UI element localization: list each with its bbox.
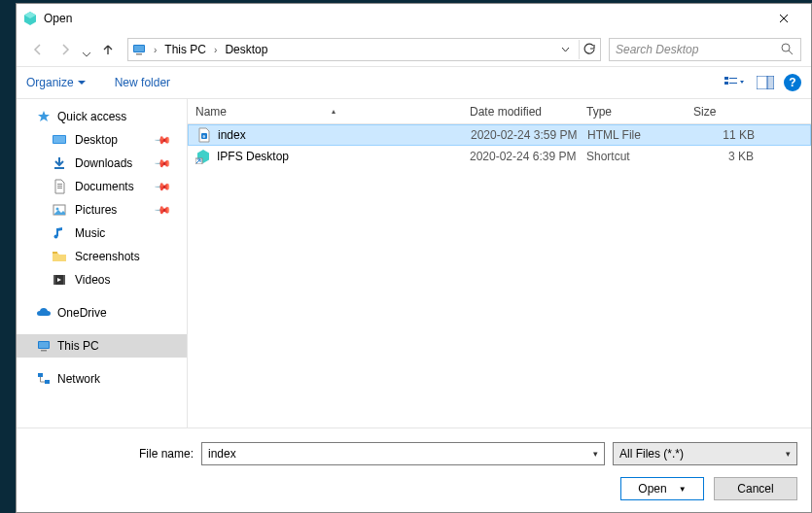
column-date[interactable]: Date modified [462,105,579,119]
chevron-down-icon: ▾ [786,449,791,459]
cloud-icon [36,305,52,321]
window-title: Open [44,12,761,25]
file-size: 3 KB [686,150,783,163]
html-file-icon: e [196,127,212,143]
svg-rect-18 [57,186,62,187]
pin-icon: 📌 [153,130,171,149]
column-type[interactable]: Type [579,105,686,119]
file-type: Shortcut [579,150,686,163]
forward-button[interactable] [53,38,77,61]
file-row[interactable]: eindex 2020-02-24 3:59 PM HTML File 11 K… [188,124,811,146]
pc-icon [36,338,52,354]
new-folder-button[interactable]: New folder [115,76,170,89]
sidebar-item-label: Music [75,226,105,240]
svg-rect-15 [53,136,65,143]
history-dropdown[interactable] [81,38,92,61]
file-name: IPFS Desktop [217,150,289,163]
organize-menu[interactable]: Organize [26,76,86,89]
svg-point-5 [782,44,790,51]
open-dialog: Open › This PC › Desktop Search Desktop … [16,3,812,513]
split-caret-icon: ▼ [679,485,687,494]
refresh-button[interactable] [579,40,598,59]
sidebar-item-label: Downloads [75,156,132,170]
chevron-down-icon: ▾ [593,449,598,459]
sidebar-label: Quick access [57,110,126,123]
videos-icon [52,272,67,288]
file-type: HTML File [580,128,687,142]
sidebar-onedrive[interactable]: OneDrive [17,301,187,325]
svg-rect-29 [41,350,47,352]
svg-rect-16 [54,167,64,169]
search-placeholder: Search Desktop [616,43,775,56]
chevron-down-icon [78,81,86,86]
pc-icon [130,41,148,58]
svg-rect-23 [53,252,57,254]
document-icon [52,179,67,194]
column-name[interactable]: Name▴ [188,105,462,119]
file-date: 2020-02-24 3:59 PM [463,128,580,142]
search-input[interactable]: Search Desktop [609,38,801,61]
sidebar-label: Network [57,372,100,386]
svg-rect-3 [134,46,144,51]
sidebar-quick-access[interactable]: Quick access [17,105,187,128]
sidebar-item-downloads[interactable]: Downloads📌 [17,152,187,175]
shortcut-icon [195,149,211,164]
address-bar[interactable]: › This PC › Desktop [127,38,601,61]
svg-rect-28 [39,342,49,348]
column-size[interactable]: Size [686,105,783,119]
back-button[interactable] [26,38,50,61]
up-button[interactable] [96,38,120,61]
help-button[interactable]: ? [784,74,801,91]
sidebar-item-documents[interactable]: Documents📌 [17,175,187,198]
close-button[interactable] [761,5,805,32]
sidebar-item-screenshots[interactable]: Screenshots [17,245,187,268]
svg-rect-10 [729,83,737,84]
filename-label: File name: [30,447,194,461]
footer: File name: index ▾ All Files (*.*) ▾ Ope… [17,428,811,512]
preview-pane-button[interactable] [753,71,778,94]
sidebar: Quick access Desktop📌 Downloads📌 Documen… [17,99,187,428]
sidebar-item-label: Screenshots [75,250,140,263]
svg-rect-31 [45,380,50,384]
titlebar: Open [17,4,811,33]
pictures-icon [52,202,67,218]
sidebar-item-videos[interactable]: Videos [17,268,187,291]
sidebar-item-desktop[interactable]: Desktop📌 [17,128,187,152]
file-date: 2020-02-24 6:39 PM [462,150,579,163]
sidebar-this-pc[interactable]: This PC [17,334,187,358]
breadcrumb-thispc[interactable]: This PC [162,43,208,56]
svg-rect-19 [57,188,62,188]
app-icon [22,11,38,26]
open-button[interactable]: Open▼ [620,477,704,500]
breadcrumb-desktop[interactable]: Desktop [223,43,269,56]
pin-icon: 📌 [153,200,171,219]
file-row[interactable]: IPFS Desktop 2020-02-24 6:39 PM Shortcut… [188,146,811,167]
filetype-filter[interactable]: All Files (*.*) ▾ [613,442,797,465]
star-icon [36,109,52,124]
music-icon [52,225,67,241]
sidebar-network[interactable]: Network [17,367,187,391]
chevron-right-icon: › [152,45,159,55]
navigation-row: › This PC › Desktop Search Desktop [17,33,811,66]
file-pane: Name▴ Date modified Type Size eindex 202… [187,99,811,428]
svg-rect-7 [724,77,728,80]
search-icon [781,43,794,56]
view-options-button[interactable] [722,71,747,94]
svg-rect-8 [724,82,728,85]
network-icon [36,371,52,387]
svg-text:e: e [203,133,206,139]
sidebar-item-label: Documents [75,180,134,193]
file-name: index [218,128,246,142]
sidebar-item-pictures[interactable]: Pictures📌 [17,198,187,222]
svg-rect-4 [136,53,142,55]
sidebar-item-music[interactable]: Music [17,222,187,245]
svg-rect-26 [63,275,65,285]
desktop-icon [52,132,67,148]
cancel-button[interactable]: Cancel [714,477,797,500]
svg-line-6 [789,51,793,54]
address-dropdown[interactable] [555,40,575,59]
svg-rect-12 [767,76,774,89]
sidebar-label: OneDrive [57,306,107,320]
sidebar-item-label: Pictures [75,203,117,217]
filename-input[interactable]: index ▾ [201,442,605,465]
